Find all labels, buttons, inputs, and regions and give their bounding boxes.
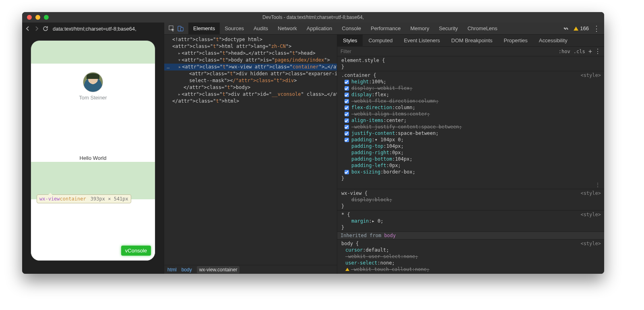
subtab-properties[interactable]: Properties — [498, 35, 533, 47]
avatar-name: Tom Steiner — [79, 95, 107, 101]
reload-icon[interactable] — [42, 25, 49, 32]
rule-element-style: element.style { } — [337, 56, 604, 71]
subtab-dom-breakpoints[interactable]: DOM Breakpoints — [446, 35, 498, 47]
tab-chromelens[interactable]: ChromeLens — [462, 23, 502, 35]
css-declaration[interactable]: cursor: default; — [341, 247, 601, 253]
styles-panel: StylesComputedEvent ListenersDOM Breakpo… — [337, 35, 604, 274]
rule-body: body {<style> cursor: default;-webkit-us… — [337, 240, 604, 273]
cls-toggle[interactable]: .cls — [574, 49, 585, 54]
devtools-window: DevTools - data:text/html;charset=utf-8;… — [22, 12, 604, 274]
tab-performance[interactable]: Performance — [366, 23, 405, 35]
css-declaration[interactable]: -webkit-touch-callout: none; — [341, 266, 601, 273]
preview-pane: data:text/html;charset=utf-8;base64, Tom… — [22, 23, 164, 274]
styles-filter-input[interactable] — [341, 49, 555, 54]
tab-elements[interactable]: Elements — [188, 23, 220, 35]
close-button[interactable] — [27, 15, 32, 20]
css-declaration[interactable]: display: flex; — [341, 91, 601, 98]
css-declaration[interactable]: -webkit-flex-direction: column; — [341, 98, 601, 104]
tooltip-class: container — [60, 196, 86, 202]
toggle-checkbox[interactable] — [345, 138, 349, 142]
tab-sources[interactable]: Sources — [220, 23, 249, 35]
css-declaration[interactable]: padding: ▾ 104px 0; — [341, 136, 601, 143]
css-declaration[interactable]: user-select: none; — [341, 260, 601, 266]
warning-icon — [345, 268, 349, 271]
css-declaration[interactable]: -webkit-justify-content: space-between; — [341, 124, 601, 130]
avatar-block: Tom Steiner — [31, 72, 155, 101]
tab-security[interactable]: Security — [434, 23, 462, 35]
subtab-accessibility[interactable]: Accessibility — [533, 35, 573, 47]
toggle-checkbox[interactable] — [345, 105, 349, 110]
traffic-lights — [22, 15, 49, 20]
tab-console[interactable]: Console — [337, 23, 366, 35]
rule-kebab-icon[interactable]: ⋮ — [595, 182, 600, 188]
minimize-button[interactable] — [35, 15, 40, 20]
maximize-button[interactable] — [44, 15, 49, 20]
new-rule-icon[interactable]: + — [588, 48, 592, 55]
elements-panel: <!attr">class="t">doctype html><attr">cl… — [164, 35, 337, 274]
forward-icon[interactable] — [33, 25, 40, 32]
css-declaration[interactable]: padding-bottom: 104px; — [341, 156, 601, 162]
subtab-styles[interactable]: Styles — [337, 35, 363, 47]
crumb-body[interactable]: body — [182, 267, 192, 273]
styles-subtabs: StylesComputedEvent ListenersDOM Breakpo… — [337, 35, 604, 47]
back-icon[interactable] — [25, 25, 31, 32]
dom-tree[interactable]: <!attr">class="t">doctype html><attr">cl… — [164, 35, 337, 265]
toggle-checkbox[interactable] — [345, 112, 349, 116]
styles-kebab-icon[interactable]: ⋮ — [594, 48, 601, 55]
toggle-checkbox[interactable] — [345, 86, 349, 91]
css-declaration[interactable]: -webkit-align-items: center; — [341, 111, 601, 117]
inherited-from-bar: Inherited from body — [337, 232, 604, 240]
url-text: data:text/html;charset=utf-8;base64, — [53, 26, 136, 32]
styles-body[interactable]: element.style { } .container {<style> he… — [337, 56, 604, 274]
css-declaration[interactable]: -webkit-user-select: none; — [341, 253, 601, 260]
breadcrumbs: htmlbodywx-view.container — [164, 265, 337, 274]
hov-toggle[interactable]: :hov — [559, 49, 570, 54]
tab-audits[interactable]: Audits — [249, 23, 273, 35]
svg-rect-2 — [181, 27, 183, 31]
main-tabs: ElementsSourcesAuditsNetworkApplicationC… — [164, 23, 604, 35]
toggle-checkbox[interactable] — [345, 99, 349, 103]
toggle-checkbox[interactable] — [345, 80, 349, 84]
element-tooltip: wx-viewcontainer 393px × 541px — [37, 194, 131, 203]
rule-wx-view: wx-view {<style> display: block; } — [337, 189, 604, 211]
crumb-wx-view-container[interactable]: wx-view.container — [197, 266, 240, 273]
devtools-pane: ElementsSourcesAuditsNetworkApplicationC… — [164, 23, 604, 274]
window-title: DevTools - data:text/html;charset=utf-8;… — [22, 14, 604, 20]
more-tabs-icon[interactable] — [562, 25, 570, 32]
subtab-computed[interactable]: Computed — [363, 35, 398, 47]
tab-memory[interactable]: Memory — [405, 23, 434, 35]
avatar — [83, 72, 103, 92]
toggle-checkbox[interactable] — [345, 170, 349, 174]
hello-text: Hello World — [31, 155, 155, 161]
kebab-menu-icon[interactable]: ⋮ — [593, 25, 600, 32]
css-declaration[interactable]: flex-direction: column; — [341, 104, 601, 111]
subtab-event-listeners[interactable]: Event Listeners — [398, 35, 446, 47]
device-toggle-icon[interactable] — [177, 25, 184, 32]
css-declaration[interactable]: display: -webkit-flex; — [341, 85, 601, 91]
device-preview[interactable]: Tom Steiner Hello World wx-viewcontainer… — [31, 40, 155, 261]
address-bar: data:text/html;charset=utf-8;base64, — [22, 23, 164, 35]
css-declaration[interactable]: height: 100%; — [341, 79, 601, 85]
toggle-checkbox[interactable] — [345, 125, 349, 129]
toggle-checkbox[interactable] — [345, 131, 349, 136]
toggle-checkbox[interactable] — [345, 93, 349, 97]
css-declaration[interactable]: justify-content: space-between; — [341, 130, 601, 136]
rule-container: .container {<style> height: 100%;display… — [337, 71, 604, 189]
crumb-html[interactable]: html — [167, 267, 177, 273]
css-declaration[interactable]: padding-right: 0px; — [341, 149, 601, 156]
warning-icon — [574, 27, 578, 31]
inspect-icon[interactable] — [168, 25, 175, 32]
vconsole-button[interactable]: vConsole — [121, 246, 151, 256]
styles-filter-row: :hov .cls + ⋮ — [337, 47, 604, 56]
css-declaration[interactable]: align-items: center; — [341, 117, 601, 124]
warnings-badge[interactable]: 166 — [574, 25, 589, 31]
tab-network[interactable]: Network — [273, 23, 302, 35]
css-declaration[interactable]: padding-top: 104px; — [341, 143, 601, 149]
tab-application[interactable]: Application — [302, 23, 337, 35]
titlebar[interactable]: DevTools - data:text/html;charset=utf-8;… — [22, 12, 604, 23]
rule-universal: * {<style> margin: ▸ 0; } — [337, 211, 604, 232]
tooltip-tag: wx-view — [39, 196, 60, 202]
css-declaration[interactable]: padding-left: 0px; — [341, 162, 601, 169]
toggle-checkbox[interactable] — [345, 118, 349, 123]
css-declaration[interactable]: box-sizing: border-box; — [341, 169, 601, 175]
